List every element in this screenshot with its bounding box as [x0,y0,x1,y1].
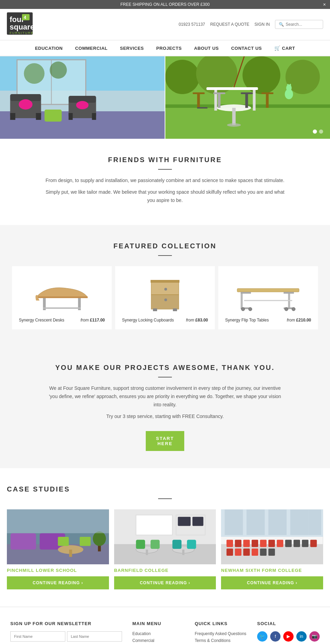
nav-cart[interactable]: 🛒 CART [268,41,301,56]
hero-banner [0,56,330,139]
product-name-1: Synergy Crescent Desks [19,318,64,323]
case2-svg [114,509,216,564]
price-val-2: £83.00 [195,318,208,323]
crescent-desk-svg [31,275,93,313]
product-image-3 [225,273,311,314]
linkedin-icon[interactable]: in [296,631,307,642]
svg-rect-62 [151,280,179,283]
phone-link[interactable]: 01923 571137 [179,22,205,27]
svg-rect-108 [290,509,309,535]
svg-rect-94 [136,540,145,549]
footer-newsletter: SIGN UP FOR OUR NEWSLETTER SIGN UP Sign … [10,621,122,644]
logo[interactable]: four 4 square FURNITURE [7,12,34,36]
svg-point-27 [165,60,200,94]
svg-rect-122 [235,548,242,555]
instagram-icon[interactable]: 📷 [309,631,320,642]
product-price-2: from £83.00 [186,318,208,323]
youtube-icon[interactable]: ▶ [283,631,294,642]
price-val-1: £117.00 [90,318,105,323]
svg-rect-42 [218,94,221,108]
svg-rect-123 [243,548,250,555]
price-from-1: from [80,318,90,323]
nav-commercial[interactable]: COMMERCIAL [69,41,114,56]
start-btn-line2: HERE [157,441,173,446]
svg-rect-19 [69,113,73,120]
nav-contact-us[interactable]: CONTACT US [225,41,268,56]
newsletter-first-name[interactable] [10,631,65,642]
svg-rect-107 [268,509,287,535]
nav-services[interactable]: SERVICES [114,41,150,56]
svg-rect-97 [187,540,196,549]
case-title-3: NEWHAM SIXTH FORM COLLEGE [221,568,323,573]
svg-rect-33 [232,108,236,125]
footer-link-terms[interactable]: Terms & Conditions [195,638,247,643]
request-quote-link[interactable]: REQUEST A QUOTE [210,22,250,27]
continue-btn-1[interactable]: CONTINUE READING › [7,576,109,589]
top-bar: FREE SHIPPING ON ALL ORDERS OVER £300 × [0,0,330,9]
svg-rect-105 [225,509,243,535]
footer: SIGN UP FOR OUR NEWSLETTER SIGN UP Sign … [0,607,330,644]
product-card-2[interactable]: Synergy Locking Cupboards from £83.00 [115,266,215,329]
footer-link-faq[interactable]: Frequently Asked Questions [195,631,247,636]
header-actions: 01923 571137 REQUEST A QUOTE SIGN IN 🔍 [179,20,323,29]
newsletter-last-name[interactable] [67,631,122,642]
svg-rect-83 [58,537,69,546]
nav-about-us[interactable]: ABOUT US [188,41,225,56]
carousel-dots [313,129,323,134]
hero-left-image [0,56,165,139]
footer-link-commercial[interactable]: Commercial [132,638,185,643]
svg-rect-79 [11,533,36,550]
svg-rect-98 [136,515,172,535]
product-card-1[interactable]: Synergy Crescent Desks from £117.00 [12,266,112,329]
svg-rect-31 [165,108,330,139]
product-image-2 [122,273,208,314]
svg-rect-116 [277,540,283,547]
svg-rect-39 [197,94,200,108]
facebook-icon[interactable]: f [270,631,280,642]
projects-title: YOU MAKE OUR PROJECTS AWESOME, THANK YOU… [10,364,320,372]
footer-social: SOCIAL 🐦 f ▶ in 📷 [257,621,320,644]
newsletter-name-row [10,631,122,642]
svg-rect-50 [287,84,289,90]
close-icon[interactable]: × [323,2,326,7]
start-here-button[interactable]: START HERE [146,431,184,451]
nav-education[interactable]: EDUCATION [29,41,69,56]
price-from-2: from [186,318,195,323]
svg-rect-46 [266,94,269,108]
svg-point-16 [19,99,33,110]
svg-point-21 [76,101,89,109]
carousel-dot-2[interactable] [319,129,323,134]
svg-text:FURNITURE: FURNITURE [10,31,34,35]
case-study-card-3: NEWHAM SIXTH FORM COLLEGE CONTINUE READI… [221,509,323,589]
price-from-3: from [287,318,296,323]
social-icons: 🐦 f ▶ in 📷 [257,631,320,642]
svg-rect-71 [284,292,294,294]
svg-rect-22 [45,110,62,122]
svg-rect-93 [182,550,184,555]
product-card-3[interactable]: Synergy Flip Top Tables from £210.00 [218,266,318,329]
svg-rect-38 [193,92,205,94]
friends-text1: From design, to supply and installation,… [45,177,285,185]
svg-rect-44 [245,94,248,108]
search-box[interactable]: 🔍 [275,20,323,29]
case-title-1: PINCHMILL LOWER SCHOOL [7,568,109,573]
footer-link-education[interactable]: Education [132,631,185,636]
continue-btn-3[interactable]: CONTINUE READING › [221,576,323,589]
twitter-icon[interactable]: 🐦 [257,631,267,642]
continue-btn-2[interactable]: CONTINUE READING › [114,576,216,589]
svg-rect-121 [227,548,233,555]
svg-point-34 [227,123,241,127]
svg-rect-52 [38,296,88,298]
svg-rect-114 [260,540,267,547]
svg-rect-100 [178,517,190,526]
footer-quick-links: QUICK LINKS Frequently Asked Questions T… [195,621,247,644]
svg-point-72 [241,307,245,311]
carousel-dot-1[interactable] [313,129,317,134]
search-input[interactable] [286,22,320,27]
svg-rect-15 [36,113,41,120]
svg-point-75 [292,307,295,311]
product-price-3: from £210.00 [287,318,311,323]
nav-projects[interactable]: PROJECTS [150,41,188,56]
sign-in-link[interactable]: SIGN IN [254,22,270,27]
projects-text: We at Four Square Furniture, support str… [45,384,285,409]
